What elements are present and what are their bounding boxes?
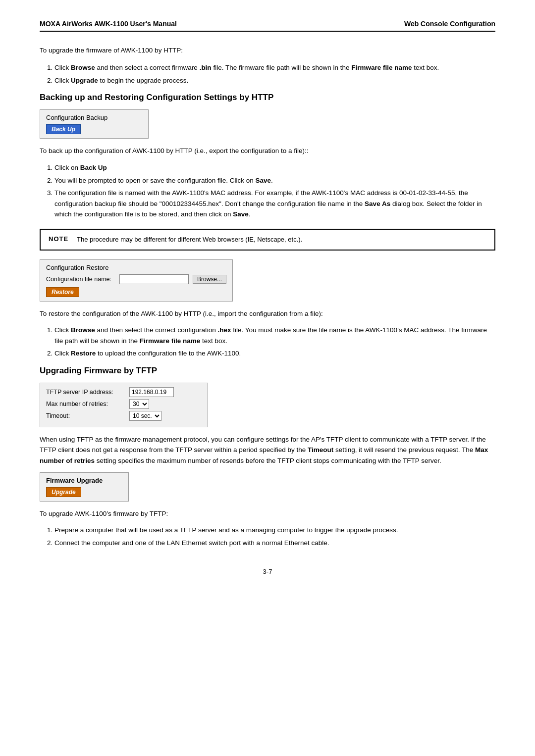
restore-button[interactable]: Restore <box>46 287 79 297</box>
restore-step-1: Click Browse and then select the correct… <box>54 325 495 346</box>
tftp-retries-select[interactable]: 30 <box>129 399 149 409</box>
backup-step-2: You will be prompted to open or save the… <box>54 175 495 186</box>
tftp-timeout-label: Timeout: <box>46 412 125 419</box>
tftp-settings-box: TFTP server IP address: Max number of re… <box>40 383 208 427</box>
restore-browse-button[interactable]: Browse... <box>193 275 226 284</box>
tftp-timeout-row: Timeout: 10 sec. <box>46 411 202 421</box>
header-section-title: Web Console Configuration <box>404 20 495 28</box>
restore-step-2: Click Restore to upload the configuratio… <box>54 348 495 359</box>
tftp-retries-label: Max number of retries: <box>46 401 125 407</box>
page: MOXA AirWorks AWK-1100 User's Manual Web… <box>0 0 535 756</box>
http-upgrade-steps-list: Click Browse and then select a correct f… <box>54 62 495 86</box>
tftp-body-text: When using TFTP as the firmware manageme… <box>40 434 495 466</box>
backup-steps-list: Click on Back Up You will be prompted to… <box>54 162 495 220</box>
note-label: NOTE <box>49 235 71 243</box>
backup-step-3: The configuration file is named with the… <box>54 188 495 220</box>
tftp-server-input[interactable] <box>129 387 174 397</box>
backup-intro-text: To back up the configuration of AWK-1100… <box>40 146 495 156</box>
config-restore-title: Configuration Restore <box>46 264 226 271</box>
tftp-server-row: TFTP server IP address: <box>46 387 202 397</box>
header-manual-title: MOXA AirWorks AWK-1100 User's Manual <box>40 20 177 28</box>
restore-filename-row: Configuration file name: Browse... <box>46 274 226 284</box>
restore-filename-input[interactable] <box>119 274 189 284</box>
back-up-button[interactable]: Back Up <box>46 124 81 134</box>
config-backup-box: Configuration Backup Back Up <box>40 109 149 139</box>
http-step-2: Click Upgrade to begin the upgrade proce… <box>54 75 495 86</box>
note-text: The procedure may be different for diffe… <box>77 235 302 245</box>
tftp-step-2: Connect the computer and one of the LAN … <box>54 538 495 549</box>
config-restore-box: Configuration Restore Configuration file… <box>40 259 233 302</box>
tftp-step-1: Prepare a computer that will be used as … <box>54 525 495 536</box>
http-step-1: Click Browse and then select a correct f… <box>54 62 495 73</box>
restore-steps-list: Click Browse and then select the correct… <box>54 325 495 359</box>
firmware-upgrade-title: Firmware Upgrade <box>46 477 122 484</box>
tftp-server-label: TFTP server IP address: <box>46 389 125 396</box>
page-header: MOXA AirWorks AWK-1100 User's Manual Web… <box>40 20 495 32</box>
section2-heading: Upgrading Firmware by TFTP <box>40 366 495 376</box>
tftp-upgrade-intro: To upgrade AWK-1100’s firmware by TFTP: <box>40 508 495 519</box>
restore-filename-label: Configuration file name: <box>46 276 115 283</box>
note-box: NOTE The procedure may be different for … <box>40 229 495 251</box>
upgrade-button[interactable]: Upgrade <box>46 487 81 497</box>
section1-heading: Backing up and Restoring Configuration S… <box>40 93 495 102</box>
tftp-timeout-select[interactable]: 10 sec. <box>129 411 161 421</box>
page-number: 3-7 <box>40 568 495 575</box>
tftp-retries-row: Max number of retries: 30 <box>46 399 202 409</box>
firmware-upgrade-box: Firmware Upgrade Upgrade <box>40 472 129 502</box>
restore-intro-text: To restore the configuration of the AWK-… <box>40 308 495 319</box>
tftp-upgrade-steps-list: Prepare a computer that will be used as … <box>54 525 495 548</box>
backup-step-1: Click on Back Up <box>54 162 495 173</box>
http-upgrade-intro: To upgrade the firmware of AWK-1100 by H… <box>40 46 495 55</box>
config-backup-title: Configuration Backup <box>46 114 142 121</box>
